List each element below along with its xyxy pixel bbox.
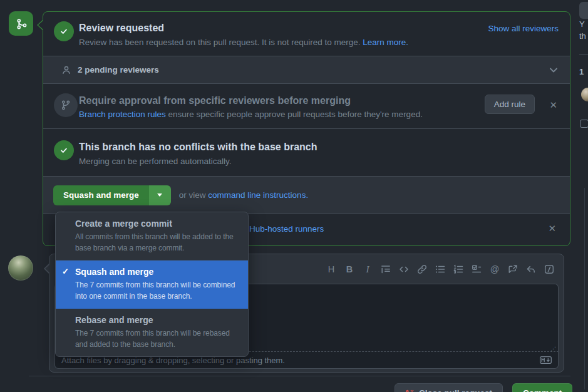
bold-icon[interactable]: B: [344, 264, 354, 274]
sidebar-count-fragment: 1: [579, 67, 584, 76]
chevron-down-icon[interactable]: [550, 68, 557, 73]
resize-handle[interactable]: ⋰: [550, 346, 556, 352]
no-conflicts-section: This branch has no conflicts with the ba…: [43, 128, 570, 176]
squash-and-merge-button[interactable]: Squash and merge: [53, 185, 149, 205]
mention-icon[interactable]: @: [490, 264, 500, 274]
reply-icon[interactable]: [526, 264, 536, 274]
merge-options-toggle[interactable]: [149, 185, 171, 205]
merge-method-dropdown: ✓ Create a merge commit All commits from…: [55, 212, 249, 357]
slash-command-icon[interactable]: [544, 264, 554, 274]
list-ordered-icon[interactable]: [453, 264, 463, 274]
user-avatar: [8, 255, 33, 281]
learn-more-link[interactable]: Learn more.: [363, 38, 408, 47]
cross-reference-icon[interactable]: [508, 264, 518, 274]
close-pull-request-label: Close pull request: [419, 384, 492, 392]
timeline-merge-badge: [9, 11, 33, 36]
sidebar-button-fragment[interactable]: [579, 2, 588, 19]
merge-action-bar: Squash and merge or view command line in…: [43, 176, 570, 214]
comment-button[interactable]: Comment: [512, 383, 572, 392]
check-circle-icon: [54, 21, 74, 41]
markdown-icon: [540, 356, 552, 364]
git-branch-icon: [60, 100, 71, 111]
no-conflicts-subtitle: Merging can be performed automatically.: [79, 157, 560, 166]
italic-icon[interactable]: I: [363, 264, 373, 274]
dismiss-protection-icon[interactable]: ✕: [549, 100, 557, 111]
heading-icon[interactable]: H: [326, 264, 336, 274]
branch-protection-section: Require approval from specific reviewers…: [43, 84, 570, 128]
review-requested-subtitle: Review has been requested on this pull r…: [79, 38, 560, 47]
no-conflicts-title: This branch has no conflicts with the ba…: [79, 142, 560, 153]
caret-down-icon: [157, 193, 162, 197]
merge-status-box: Review requested Review has been request…: [43, 11, 570, 246]
dismiss-banner-icon[interactable]: ✕: [548, 223, 556, 234]
person-icon: [61, 65, 71, 75]
git-branch-circle: [54, 93, 78, 117]
git-merge-icon: [15, 18, 28, 30]
dropdown-item-squash-and-merge[interactable]: ✓ Squash and merge The 7 commits from th…: [56, 260, 248, 309]
show-all-reviewers-link[interactable]: Show all reviewers: [488, 24, 559, 33]
dropdown-item-create-merge-commit[interactable]: ✓ Create a merge commit All commits from…: [56, 212, 248, 260]
sidebar-avatar-fragment: [581, 88, 588, 101]
check-icon: ✓: [62, 267, 69, 276]
pull-request-merge-page: Review requested Review has been request…: [0, 0, 588, 392]
dropdown-item-rebase-and-merge[interactable]: ✓ Rebase and merge The 7 commits from th…: [56, 309, 248, 356]
squash-and-merge-button-group: Squash and merge: [53, 185, 171, 205]
sidebar-text-fragment: th: [579, 31, 586, 41]
add-rule-button[interactable]: Add rule: [485, 95, 535, 114]
close-pull-request-button[interactable]: Close pull request: [395, 383, 503, 392]
form-divider: [29, 376, 570, 376]
pending-reviewers-label: 2 pending reviewers: [78, 65, 159, 75]
sidebar-divider: [579, 54, 588, 55]
command-line-instructions-link[interactable]: command line instructions.: [208, 190, 308, 200]
quote-icon[interactable]: [381, 264, 391, 274]
pr-closed-icon: [405, 389, 415, 392]
pending-reviewers-row[interactable]: 2 pending reviewers: [43, 56, 570, 84]
sidebar-vertical-line: [584, 188, 585, 389]
tasklist-icon[interactable]: [472, 264, 482, 274]
sidebar-text-fragment: Y: [579, 19, 585, 29]
list-unordered-icon[interactable]: [435, 264, 445, 274]
check-circle-icon: [54, 140, 74, 160]
review-requested-section: Review requested Review has been request…: [43, 12, 570, 56]
cli-instructions-text: or view command line instructions.: [179, 190, 308, 200]
branch-protection-rules-link[interactable]: Branch protection rules: [79, 110, 166, 119]
sidebar-icon-fragment: [580, 120, 588, 128]
link-icon[interactable]: [417, 264, 427, 274]
hosted-runners-link[interactable]: Hub-hosted runners: [249, 224, 324, 234]
code-icon[interactable]: [399, 264, 409, 274]
